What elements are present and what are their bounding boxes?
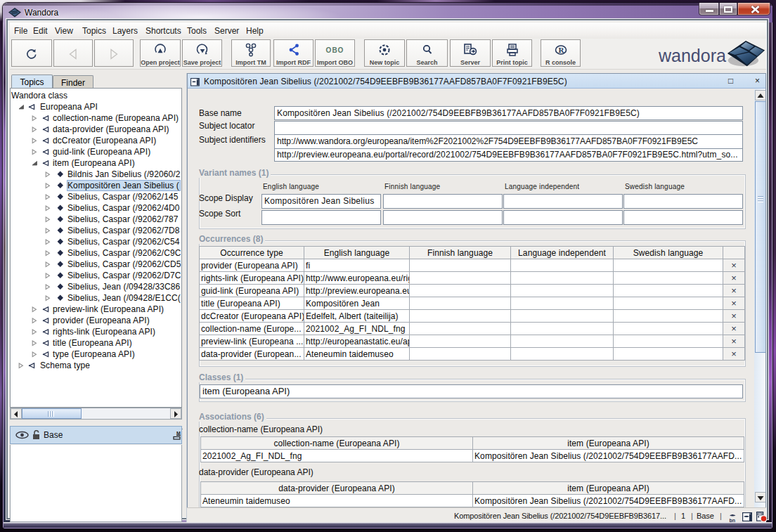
svg-text:bn: bn (730, 518, 735, 523)
svg-text:M: M (176, 431, 181, 436)
svg-text:R: R (558, 46, 564, 54)
